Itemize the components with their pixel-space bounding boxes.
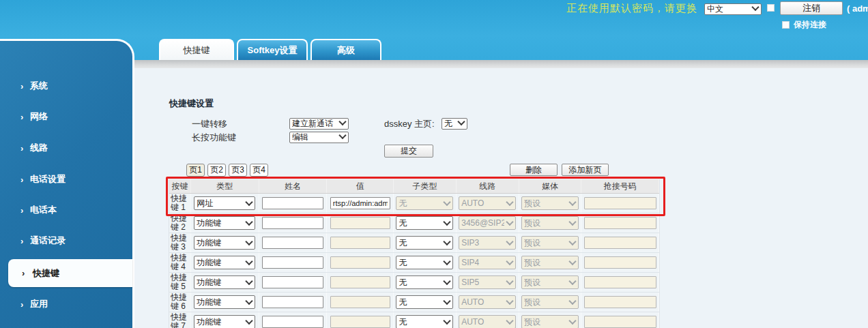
column-header: 子类型 bbox=[394, 179, 457, 193]
sidebar-item-line[interactable]: ›线路 bbox=[0, 142, 132, 154]
sidebar-item-label: 通话记录 bbox=[30, 235, 66, 247]
long-press-select[interactable]: 编辑 bbox=[289, 130, 349, 143]
sidebar-item-label: 线路 bbox=[30, 142, 48, 154]
tab-label: 高级 bbox=[337, 44, 355, 57]
value-input bbox=[330, 237, 390, 249]
one-key-transfer-select[interactable]: 建立新通话 bbox=[289, 117, 349, 130]
name-input[interactable] bbox=[262, 276, 323, 288]
sidebar-item-network[interactable]: ›网络 bbox=[0, 110, 132, 123]
type-select[interactable]: 功能键 bbox=[194, 256, 255, 269]
name-input[interactable] bbox=[262, 197, 323, 209]
delete-button[interactable]: 删除 bbox=[510, 164, 558, 176]
subtype-select[interactable]: 无 bbox=[396, 216, 453, 230]
table-cell bbox=[259, 293, 328, 312]
pickup-input bbox=[584, 256, 656, 269]
tab-softkey[interactable]: Softkey设置 bbox=[237, 39, 308, 60]
table-cell: 预设 bbox=[519, 194, 582, 213]
pickup-input bbox=[584, 316, 656, 328]
language-select[interactable]: 中文 bbox=[704, 2, 762, 15]
column-header: 类型 bbox=[191, 179, 259, 193]
value-input bbox=[330, 296, 390, 308]
name-input[interactable] bbox=[262, 237, 323, 249]
pickup-input bbox=[584, 237, 656, 249]
subtype-select[interactable]: 无 bbox=[396, 275, 453, 289]
table-cell: 无 bbox=[394, 253, 457, 272]
keep-alive-group: 保持连接 bbox=[782, 19, 826, 31]
media-select: 预设 bbox=[521, 295, 579, 309]
name-input[interactable] bbox=[262, 296, 323, 308]
type-select[interactable]: 功能键 bbox=[194, 295, 255, 309]
tab-bar: 快捷键 Softkey设置 高级 bbox=[159, 39, 381, 60]
table-header-row: 按键类型姓名值子类型线路媒体抢接号码 bbox=[169, 179, 659, 194]
table-cell bbox=[327, 233, 394, 252]
table-cell bbox=[327, 312, 394, 328]
dsskey-table: 按键类型姓名值子类型线路媒体抢接号码 快捷键 1网址无AUTO预设快捷键 2功能… bbox=[169, 179, 660, 328]
sidebar-item-application[interactable]: ›应用 bbox=[0, 298, 132, 310]
table-cell: 功能键 bbox=[191, 273, 259, 292]
submit-button[interactable]: 提交 bbox=[384, 145, 433, 158]
tab-advanced[interactable]: 高级 bbox=[310, 39, 381, 60]
media-select: 预设 bbox=[521, 196, 579, 210]
name-input[interactable] bbox=[262, 217, 323, 229]
table-cell bbox=[327, 213, 394, 233]
pickup-input bbox=[584, 276, 656, 288]
sidebar-item-call-log[interactable]: ›通话记录 bbox=[0, 235, 132, 247]
type-select[interactable]: 功能键 bbox=[194, 216, 255, 230]
type-select[interactable]: 网址 bbox=[194, 196, 255, 210]
chevron-right-icon: › bbox=[20, 144, 23, 153]
media-select: 预设 bbox=[521, 275, 579, 289]
value-input bbox=[330, 217, 390, 229]
keep-alive-checkbox[interactable] bbox=[782, 21, 790, 29]
table-body: 快捷键 1网址无AUTO预设快捷键 2功能键无3456@SIP2预设快捷键 3功… bbox=[169, 194, 659, 328]
type-select[interactable]: 功能键 bbox=[194, 236, 255, 250]
table-cell bbox=[581, 194, 659, 213]
value-input bbox=[330, 276, 390, 288]
table-cell: 功能键 bbox=[191, 312, 259, 328]
table-cell bbox=[259, 273, 328, 292]
subtype-select[interactable]: 无 bbox=[396, 295, 453, 309]
subtype-select[interactable]: 无 bbox=[396, 315, 453, 328]
value-input[interactable] bbox=[330, 197, 390, 209]
sidebar: ›系统 ›网络 ›线路 ›电话设置 ›电话本 ›通话记录 ›快捷键 ›应用 bbox=[0, 39, 134, 328]
column-header: 线路 bbox=[457, 179, 519, 193]
chevron-right-icon: › bbox=[20, 237, 23, 245]
page-tab-1[interactable]: 页1 bbox=[186, 164, 205, 177]
chevron-right-icon: › bbox=[20, 175, 23, 184]
tab-label: Softkey设置 bbox=[248, 44, 298, 57]
sidebar-item-phone-settings[interactable]: ›电话设置 bbox=[0, 173, 132, 185]
line-select: SIP3 bbox=[459, 236, 516, 250]
sidebar-item-label: 电话设置 bbox=[30, 173, 66, 185]
subtype-select[interactable]: 无 bbox=[396, 236, 453, 250]
page-tab-4[interactable]: 页4 bbox=[250, 164, 268, 177]
page-tab-3[interactable]: 页3 bbox=[229, 164, 247, 177]
name-input[interactable] bbox=[262, 256, 323, 269]
table-cell bbox=[327, 194, 394, 213]
column-header: 按键 bbox=[169, 179, 191, 193]
sidebar-item-dsskey[interactable]: ›快捷键 bbox=[8, 259, 132, 287]
logout-button[interactable]: 注销 bbox=[780, 1, 843, 15]
key-label: 快捷键 2 bbox=[169, 213, 191, 233]
add-page-button[interactable]: 添加新页 bbox=[562, 164, 609, 176]
table-cell: 无 bbox=[394, 194, 457, 213]
name-input[interactable] bbox=[262, 316, 323, 328]
table-cell: SIP4 bbox=[457, 253, 519, 272]
default-password-warning: 正在使用默认密码，请更换 bbox=[566, 2, 697, 15]
media-select: 预设 bbox=[521, 256, 579, 269]
section-title: 快捷键设置 bbox=[169, 98, 214, 110]
tab-dsskey[interactable]: 快捷键 bbox=[159, 39, 234, 60]
type-select[interactable]: 功能键 bbox=[194, 315, 255, 328]
chevron-right-icon: › bbox=[20, 300, 23, 309]
key-label: 快捷键 5 bbox=[169, 273, 191, 292]
sidebar-item-system[interactable]: ›系统 bbox=[0, 80, 132, 92]
subtype-select[interactable]: 无 bbox=[396, 256, 453, 269]
page-tab-2[interactable]: 页2 bbox=[207, 164, 226, 177]
chevron-right-icon: › bbox=[20, 113, 23, 121]
sidebar-item-phonebook[interactable]: ›电话本 bbox=[0, 204, 132, 216]
table-cell bbox=[581, 253, 659, 272]
language-sync-checkbox[interactable] bbox=[767, 4, 775, 12]
dsskey-home-select[interactable]: 无 bbox=[442, 117, 467, 130]
type-select[interactable]: 功能键 bbox=[194, 275, 255, 289]
table-cell: AUTO bbox=[457, 312, 519, 328]
table-cell: 预设 bbox=[519, 312, 582, 328]
table-cell bbox=[259, 213, 328, 233]
